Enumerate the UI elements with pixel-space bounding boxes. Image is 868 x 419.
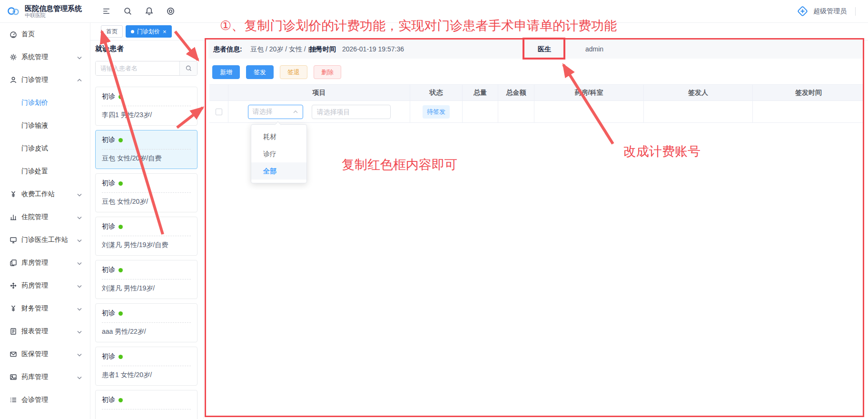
tab-home[interactable]: 首页 [101, 25, 123, 38]
sidebar-item-库房管理[interactable]: 库房管理 [0, 251, 90, 274]
sidebar-item-门诊管理[interactable]: 门诊管理 [0, 69, 90, 91]
chevron-down-icon [77, 54, 82, 60]
cross-icon [10, 282, 17, 289]
sidebar-item-会诊管理[interactable]: 会诊管理 [0, 389, 90, 411]
delete-button[interactable]: 删除 [314, 65, 341, 79]
visit-type-label: 初诊 [102, 266, 115, 274]
sidebar-item-门诊划价[interactable]: 门诊划价 [0, 91, 90, 114]
sidebar-item-财务管理[interactable]: 财务管理 [0, 297, 90, 320]
sidebar-item-报表管理[interactable]: 报表管理 [0, 320, 90, 343]
sidebar-item-门诊处置[interactable]: 门诊处置 [0, 160, 90, 183]
column-header: 总金额 [498, 85, 534, 101]
app-subtitle: 中联医院 [25, 12, 82, 19]
gear-icon [10, 53, 17, 61]
patient-card[interactable]: 初诊刘潇凡 男性/19岁/ [95, 260, 197, 299]
patient-search-button[interactable] [179, 61, 197, 75]
status-dot-icon [118, 355, 123, 359]
patient-info-label: 患者信息: [213, 45, 242, 54]
panel-title: 就诊患者 [95, 43, 197, 56]
sidebar-item-系统管理[interactable]: 系统管理 [0, 46, 90, 69]
mail-icon [10, 350, 17, 358]
dashboard-icon [10, 30, 17, 38]
status-dot-icon [118, 225, 123, 229]
sidebar-item-label: 住院管理 [21, 213, 77, 221]
chevron-down-icon [77, 329, 82, 334]
sidebar-item-门诊皮试[interactable]: 门诊皮试 [0, 137, 90, 160]
status-dot-icon [118, 181, 123, 186]
sidebar-item-维护系统[interactable]: 维护系统 [0, 411, 90, 419]
table-row: 请选择 待签发 [209, 101, 864, 123]
sign-back-button[interactable]: 签退 [280, 65, 307, 79]
sidebar-item-门诊医生工作站[interactable]: 门诊医生工作站 [0, 229, 90, 251]
add-button[interactable]: 新增 [212, 65, 240, 79]
sidebar-item-首页[interactable]: 首页 [0, 23, 90, 46]
chevron-down-icon [77, 351, 82, 357]
sidebar-item-门诊输液[interactable]: 门诊输液 [0, 114, 90, 137]
status-dot-icon [118, 138, 123, 142]
patient-card[interactable]: 初诊刘潇凡 男性/19岁/自费 [95, 217, 197, 256]
patient-card[interactable]: 初诊李四1 男性/23岁/ [95, 87, 197, 126]
tab-close-icon[interactable]: × [163, 29, 167, 35]
report-icon [10, 328, 17, 335]
sidebar-nav: 首页系统管理门诊管理门诊划价门诊输液门诊皮试门诊处置收费工作站住院管理门诊医生工… [0, 23, 90, 419]
sidebar-item-label: 药库管理 [21, 373, 77, 381]
column-header: 药房/科室 [534, 85, 644, 101]
chevron-down-icon [77, 214, 82, 220]
sidebar-item-label: 收费工作站 [21, 190, 77, 199]
patient-card[interactable]: 初诊豆包 女性/20岁/ [95, 173, 197, 212]
chevron-up-icon [293, 109, 298, 115]
chevron-down-icon [77, 260, 82, 266]
chevron-down-icon [77, 237, 82, 243]
sidebar-item-医保管理[interactable]: 医保管理 [0, 343, 90, 366]
reg-time-value: 2026-01-19 19:57:36 [342, 45, 404, 53]
patient-search-input[interactable] [96, 61, 179, 75]
column-header: 项目 [228, 85, 410, 101]
user-area[interactable]: 超级管理员 [797, 5, 868, 17]
sidebar-item-label: 系统管理 [21, 53, 77, 61]
patient-card[interactable]: 初诊 [95, 390, 197, 419]
app-logo-icon [7, 5, 21, 18]
patient-card[interactable]: 初诊豆包 女性/20岁/自费 [95, 130, 197, 169]
patient-card[interactable]: 初诊患者1 女性/20岁/ [95, 347, 197, 386]
tab-strip: 首页 门诊划价 × [90, 23, 868, 40]
medical-diamond-icon [797, 5, 809, 17]
dropdown-option-诊疗[interactable]: 诊疗 [251, 145, 306, 162]
tab-active-dot-icon [131, 30, 134, 33]
sidebar-item-药房管理[interactable]: 药房管理 [0, 274, 90, 297]
fullscreen-icon[interactable] [166, 7, 175, 16]
item-type-select[interactable]: 请选择 [248, 105, 303, 119]
doctor-value: admin [585, 45, 603, 53]
search-icon[interactable] [123, 7, 132, 16]
patient-info-text: 豆包 女性/20岁/自费 [102, 154, 191, 163]
notification-bell-icon[interactable] [145, 7, 154, 16]
sidebar-item-收费工作站[interactable]: 收费工作站 [0, 183, 90, 206]
app-title: 医院信息管理系统 [25, 4, 82, 12]
sidebar-item-label: 门诊划价 [21, 99, 82, 107]
chevron-down-icon [77, 191, 82, 197]
patient-list-panel: 就诊患者 初诊李四1 男性/23岁/初诊豆包 女性/20岁/自费初诊豆包 女性/… [90, 40, 204, 419]
sidebar-item-药库管理[interactable]: 药库管理 [0, 366, 90, 389]
visit-type-label: 初诊 [102, 309, 115, 318]
reg-time-label: 挂号时间 [309, 45, 336, 54]
chevron-up-icon [77, 77, 82, 83]
visit-type-label: 初诊 [102, 222, 115, 231]
top-bar: 医院信息管理系统 中联医院 超级管理员 [0, 0, 868, 23]
patient-info-text: aaa 男性/22岁/ [102, 328, 191, 336]
collapse-menu-icon[interactable] [102, 7, 111, 16]
dropdown-option-耗材[interactable]: 耗材 [251, 128, 306, 145]
dropdown-option-全部[interactable]: 全部 [251, 162, 306, 180]
patient-card[interactable]: 初诊aaa 男性/22岁/ [95, 303, 197, 342]
sidebar-item-label: 库房管理 [21, 259, 77, 267]
user-role-label: 超级管理员 [813, 7, 847, 16]
sidebar-item-住院管理[interactable]: 住院管理 [0, 206, 90, 229]
sign-button[interactable]: 签发 [246, 65, 274, 79]
row-checkbox[interactable] [216, 109, 222, 115]
tab-outpatient-pricing[interactable]: 门诊划价 × [126, 25, 172, 38]
docs-icon [10, 259, 17, 267]
status-badge: 待签发 [423, 105, 450, 119]
app-root: 医院信息管理系统 中联医院 超级管理员 首页系统管理门诊管理门诊划价门诊输液门诊… [0, 0, 868, 419]
item-name-input[interactable] [312, 105, 391, 119]
status-dot-icon [118, 311, 123, 316]
column-header: 签发人 [644, 85, 753, 101]
monitor-icon [10, 236, 17, 244]
